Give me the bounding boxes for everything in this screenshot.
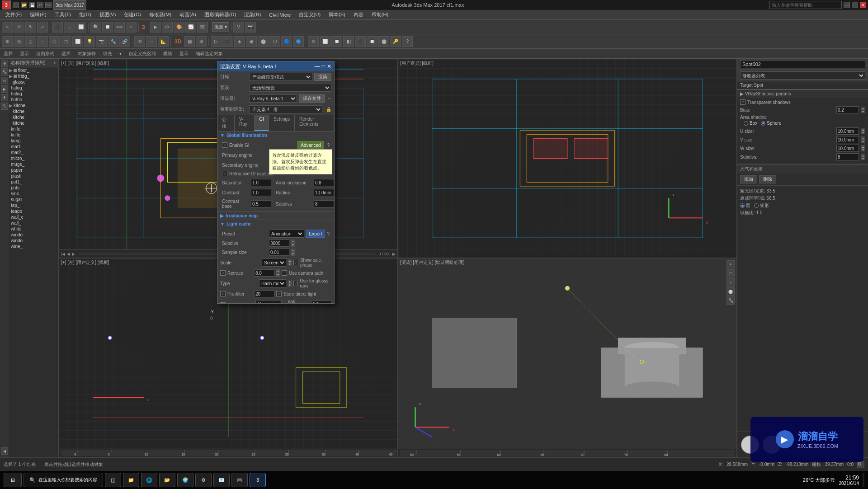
vray-shadows-header[interactable]: ▶ VRayShadows params (737, 89, 868, 98)
render-settings[interactable]: ⚙ (162, 22, 173, 33)
select-tool[interactable]: ↖ (2, 22, 13, 33)
scene-item-micro[interactable]: micro_ (9, 155, 58, 161)
scene-item-glasse[interactable]: glasse (9, 79, 58, 85)
scene-item-hotbo[interactable]: hotbo (9, 97, 58, 103)
scene-item-mat1[interactable]: mat1_ (9, 144, 58, 150)
scene-item-kitche2[interactable]: kitche (9, 108, 58, 114)
scene-item-pot1[interactable]: pot1_ (9, 179, 58, 185)
scene-item-knife1[interactable]: knife: (9, 126, 58, 132)
tb2-icon8[interactable]: 💡 (84, 36, 95, 47)
taskbar-app1[interactable]: 🌍 (177, 473, 193, 487)
tb2-icon2[interactable]: ◎ (14, 36, 24, 47)
scene-item-pots[interactable]: pots_ (9, 185, 58, 191)
menu-tools[interactable]: 工具(T) (51, 10, 75, 19)
scene-item-white[interactable]: white (9, 226, 58, 232)
tb2-icon10[interactable]: 🔧 (108, 36, 118, 47)
search-button[interactable]: 🔍 在这里输入你想要搜索的内容 (24, 473, 103, 487)
scene-item-knife2[interactable]: knife: (9, 132, 58, 138)
leak-prevention-input[interactable] (311, 301, 331, 303)
qa-select2[interactable]: 选择 (61, 51, 71, 57)
tb2-icon13[interactable]: ↔ (146, 36, 157, 47)
scale-select[interactable]: Screen (262, 259, 286, 267)
viewport-topright[interactable]: [用户定义] [线框] (398, 59, 737, 258)
render-production[interactable]: ▶ (150, 22, 161, 33)
qa-dropdown[interactable]: ▾ (119, 51, 122, 56)
hierarchy-panel-icon[interactable]: H (1, 77, 8, 84)
modifier-list-select[interactable]: 修改器列表 (740, 71, 865, 80)
atmosphere-add-btn[interactable]: 添加 (740, 175, 757, 183)
vp-tool2[interactable]: ◻ (726, 269, 735, 277)
tb2-icon25[interactable]: 🔲 (331, 36, 342, 47)
amb-occlusion-input[interactable] (314, 179, 334, 186)
tb2-icon17[interactable]: ◈ (234, 36, 245, 47)
retrace-input[interactable] (254, 269, 274, 277)
dialog-maximize[interactable]: □ (322, 63, 325, 70)
scene-item-kitche4[interactable]: kitche (9, 120, 58, 126)
contrast-input[interactable] (251, 189, 271, 196)
tab-render-elements[interactable]: Render Elements (295, 115, 334, 131)
tb2-icon21[interactable]: 🔵 (281, 36, 292, 47)
tab-settings[interactable]: Settings (269, 115, 295, 131)
w-size-spinner[interactable]: ▲▼ (861, 145, 865, 151)
tb2-icon5[interactable]: ⬡ (49, 36, 60, 47)
radius-input[interactable] (314, 189, 334, 196)
material-editor[interactable]: 🎨 (174, 22, 184, 33)
tb2-icon20[interactable]: ⬡ (269, 36, 280, 47)
create-panel-icon[interactable]: ⊕ (1, 60, 8, 67)
use-glossy-check[interactable] (293, 281, 298, 286)
w-size-input[interactable] (836, 145, 859, 152)
qa-fill[interactable]: 填充 (103, 51, 112, 57)
taskbar-app2[interactable]: ⚙ (195, 473, 212, 487)
tb2-icon26[interactable]: ◧ (343, 36, 354, 47)
tb2-icon3[interactable]: △ (25, 36, 36, 47)
display-panel-icon[interactable]: 👁 (1, 94, 8, 101)
qa-select[interactable]: 选择 (4, 51, 13, 57)
scene-item-kitche1[interactable]: ▶ kitche (9, 103, 58, 108)
menu-create[interactable]: 创建(C) (120, 10, 144, 19)
expert-btn[interactable]: Expert (306, 230, 326, 238)
scene-item-halog2[interactable]: halog_ (9, 91, 58, 97)
tab-vray[interactable]: V-Ray (235, 115, 255, 131)
use-camera-path-check[interactable] (282, 270, 287, 276)
taskbar-app4[interactable]: 🎮 (231, 473, 248, 487)
contrast-base-input[interactable] (251, 200, 271, 207)
scene-item-halog1[interactable]: halog_ (9, 85, 58, 91)
tb2-icon23[interactable]: ⊙ (308, 36, 319, 47)
menu-file[interactable]: 文件(F) (2, 10, 25, 19)
viewport-bottomright[interactable]: [渲染] [用户定义] [默认明暗处理] (398, 258, 737, 457)
vp-tool5[interactable]: 🔧 (726, 296, 735, 305)
scene-item-lamp[interactable]: lamp_ (9, 138, 58, 144)
taskbar-app3[interactable]: 📧 (213, 473, 230, 487)
rect-radio[interactable]: 矩形 (754, 202, 769, 209)
tb2-icon9[interactable]: 📷 (96, 36, 107, 47)
tb2-icon16[interactable]: ⬛ (222, 36, 233, 47)
scene-item-sink[interactable]: sink_ (9, 191, 58, 197)
redo-btn[interactable]: ↪ (45, 2, 52, 8)
save-btn[interactable]: 💾 (29, 2, 35, 8)
light-cache-header[interactable]: ▼ Light cache (217, 220, 334, 228)
select-invert[interactable]: ⬜ (75, 22, 86, 33)
menu-custom[interactable]: 自定义(U) (295, 10, 324, 19)
advanced-btn[interactable]: Advanced (297, 141, 324, 149)
vray-frame-buffer[interactable]: V (233, 22, 244, 33)
tb2-icon11[interactable]: 🔗 (119, 36, 130, 47)
scene-item-paper[interactable]: paper (9, 167, 58, 173)
transparent-shadows-check[interactable] (740, 99, 745, 105)
store-direct-light-check[interactable] (276, 291, 282, 296)
tb2-render-iter[interactable]: ▷ (211, 36, 222, 47)
scene-sort-icon[interactable]: ⬆ (53, 61, 57, 65)
filter-select[interactable]: Nearest (255, 300, 282, 303)
menu-graph-editor[interactable]: 图形编辑器(D) (201, 10, 240, 19)
refractive-gi-check[interactable] (222, 171, 227, 176)
tb2-icon24[interactable]: ⬜ (320, 36, 330, 47)
vp-tool3[interactable]: ○ (726, 278, 735, 287)
enable-gi-check[interactable] (222, 142, 227, 148)
scene-item-wall[interactable]: wall_ (9, 220, 58, 226)
lc-subdivs-spinner[interactable]: ▲▼ (291, 240, 295, 247)
start-button[interactable]: ⊞ (4, 473, 22, 487)
lc-preset-select[interactable]: Animation (269, 230, 304, 238)
bias-input[interactable] (836, 106, 859, 113)
close-btn[interactable]: ✕ (860, 2, 866, 8)
menu-help[interactable]: 帮助(H) (368, 10, 392, 19)
taskbar-file-explorer[interactable]: 📁 (123, 473, 139, 487)
